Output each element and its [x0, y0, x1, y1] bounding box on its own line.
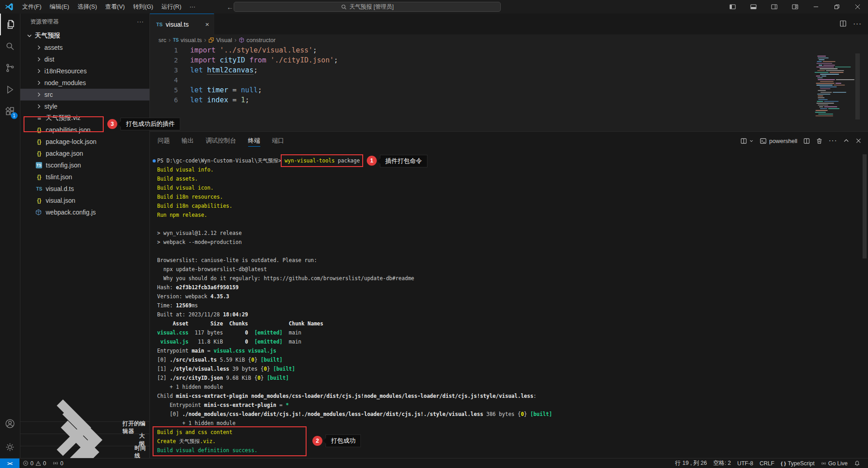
menu-item-0[interactable]: 文件(F)	[18, 2, 46, 12]
settings-gear-icon[interactable]	[0, 436, 20, 458]
status-item-5[interactable]: Go Live	[818, 458, 851, 468]
json-file-icon: {}	[35, 150, 43, 157]
command-center-search[interactable]: 天气预报 [管理员]	[234, 2, 501, 12]
source-control-icon[interactable]	[0, 57, 20, 79]
account-icon[interactable]	[0, 413, 20, 435]
chevron-right-icon	[35, 44, 43, 51]
menu-item-6[interactable]: ···	[185, 2, 199, 12]
explorer-icon[interactable]	[0, 14, 20, 35]
minimap-slider[interactable]	[855, 53, 860, 119]
panel-more-actions-icon[interactable]: ···	[829, 137, 837, 145]
minimize-button[interactable]	[806, 0, 826, 14]
annotation-tooltip-3: 打包成功后的插件	[121, 118, 180, 130]
tree-item-style[interactable]: style	[20, 100, 149, 112]
tree-item-label: package-lock.json	[46, 138, 96, 145]
sidebar-section-2[interactable]: 时间线	[20, 446, 149, 458]
tree-item-tslint.json[interactable]: {}tslint.json	[20, 171, 149, 183]
search-sidebar-icon[interactable]	[0, 35, 20, 57]
toggle-panel-icon[interactable]	[743, 0, 764, 14]
panel-tab-端口[interactable]: 端口	[272, 132, 284, 150]
statusbar-right: 行 19 , 列 26空格: 2UTF-8CRLF{ }TypeScriptGo…	[672, 458, 868, 468]
annotation-tooltip-1: 插件打包命令	[380, 155, 427, 167]
broadcast-icon	[53, 460, 58, 466]
editor-more-actions-icon[interactable]: ···	[853, 20, 862, 28]
terminal-line-3: Build assets.	[157, 174, 868, 183]
tree-root-folder[interactable]: 天气预报	[20, 30, 149, 42]
problems-status[interactable]: 0 0	[19, 458, 49, 468]
breadcrumb-item-visual.ts[interactable]: TSvisual.ts	[173, 37, 202, 43]
menu-item-4[interactable]: 转到(G)	[129, 2, 158, 12]
tab-visual-ts[interactable]: TS visual.ts ×	[150, 14, 214, 34]
braces-icon: { }	[781, 461, 786, 466]
status-item-2[interactable]: UTF-8	[734, 458, 756, 468]
sidebar-title: 资源管理器	[30, 18, 59, 26]
run-debug-icon[interactable]	[0, 79, 20, 100]
tree-item-label: package.json	[46, 150, 83, 157]
tree-item-node_modules[interactable]: node_modules	[20, 77, 149, 89]
restore-button[interactable]	[826, 0, 847, 14]
tree-item-package.json[interactable]: {}package.json	[20, 148, 149, 159]
terminal-scrollbar[interactable]	[863, 154, 867, 258]
menu-item-5[interactable]: 运行(R)	[157, 2, 185, 12]
toggle-secondary-sidebar-icon[interactable]	[764, 0, 785, 14]
breadcrumb-item-src[interactable]: src	[158, 37, 166, 43]
panel-tab-问题[interactable]: 问题	[158, 132, 170, 150]
terminal-line-22: Entrypoint main = visual.css visual.js	[157, 346, 868, 355]
customize-layout-icon[interactable]	[785, 0, 806, 14]
tree-item-i18nResources[interactable]: i18nResources	[20, 65, 149, 77]
tree-item-visual.json[interactable]: {}visual.json	[20, 195, 149, 206]
tree-item-label: tsconfig.json	[46, 162, 81, 169]
breadcrumb-item-constructor[interactable]: constructor	[239, 37, 275, 43]
title-bar: 文件(F)编辑(E)选择(S)查看(V)转到(G)运行(R)··· ← → 天气…	[0, 0, 868, 14]
remote-indicator[interactable]: ><	[0, 458, 19, 468]
tree-item-tsconfig.json[interactable]: TStsconfig.json	[20, 159, 149, 171]
minimap[interactable]	[815, 55, 854, 119]
terminal-line-24: [1] ./style/visual.less 39 bytes {0} [bu…	[157, 364, 868, 373]
status-item-4[interactable]: { }TypeScript	[777, 458, 818, 468]
kill-terminal-icon[interactable]	[816, 138, 823, 144]
tree-item-label: i18nResources	[44, 67, 86, 75]
nav-back-button[interactable]: ←	[226, 3, 233, 11]
toggle-sidebar-icon[interactable]	[722, 0, 743, 14]
status-item-1[interactable]: 空格: 2	[710, 458, 734, 468]
menu-item-3[interactable]: 查看(V)	[101, 2, 129, 12]
status-item-3[interactable]: CRLF	[757, 458, 778, 468]
notifications-bell-icon[interactable]	[851, 458, 863, 468]
breadcrumb-separator: ›	[235, 36, 237, 43]
split-editor-icon[interactable]	[839, 20, 847, 28]
class-icon	[208, 37, 214, 43]
tree-item-dist[interactable]: dist	[20, 53, 149, 65]
terminal-instance-item[interactable]: powershell	[760, 138, 797, 144]
tab-close-icon[interactable]: ×	[205, 20, 209, 28]
line-number: 3	[150, 65, 178, 75]
close-window-button[interactable]	[847, 0, 868, 14]
status-item-0[interactable]: 行 19 , 列 26	[672, 458, 710, 468]
panel-tab-调试控制台[interactable]: 调试控制台	[206, 132, 236, 150]
maximize-panel-icon[interactable]	[843, 138, 849, 144]
menu-item-1[interactable]: 编辑(E)	[46, 2, 73, 12]
tab-bar: TS visual.ts × ···	[150, 14, 868, 34]
close-panel-icon[interactable]	[855, 138, 862, 144]
panel-tab-输出[interactable]: 输出	[182, 132, 194, 150]
sidebar-more-button[interactable]: ···	[137, 19, 144, 25]
terminal-line-1: PS D:\gc-code\Wyn-Custom-Visual\天气预报> wy…	[157, 156, 868, 165]
terminal-line-6: Build i18n capabilities.	[157, 201, 868, 210]
terminal-output[interactable]: PS D:\gc-code\Wyn-Custom-Visual\天气预报> wy…	[150, 150, 868, 458]
launch-profile-button[interactable]	[740, 138, 754, 144]
split-terminal-icon[interactable]	[803, 138, 810, 144]
breadcrumb-separator: ›	[204, 36, 206, 43]
command-decoration-dot	[153, 159, 156, 162]
breadcrumb-item-Visual[interactable]: Visual	[208, 37, 232, 43]
tree-item-webpack.config.js[interactable]: webpack.config.js	[20, 206, 149, 218]
tree-item-assets[interactable]: assets	[20, 42, 149, 53]
menu-item-2[interactable]: 选择(S)	[73, 2, 101, 12]
extensions-icon[interactable]: 1	[0, 100, 20, 122]
tsconfig-file-icon: TS	[36, 162, 42, 168]
panel-tab-终端[interactable]: 终端	[248, 132, 260, 150]
code-editor[interactable]: 1import '../style/visual.less';2import c…	[150, 45, 868, 105]
tree-item-package-lock.json[interactable]: {}package-lock.json	[20, 136, 149, 148]
chevron-down-icon	[749, 138, 754, 143]
ports-status[interactable]: 0	[49, 458, 67, 468]
tree-item-src[interactable]: src	[20, 89, 149, 100]
tree-item-visual.d.ts[interactable]: TSvisual.d.ts	[20, 183, 149, 195]
